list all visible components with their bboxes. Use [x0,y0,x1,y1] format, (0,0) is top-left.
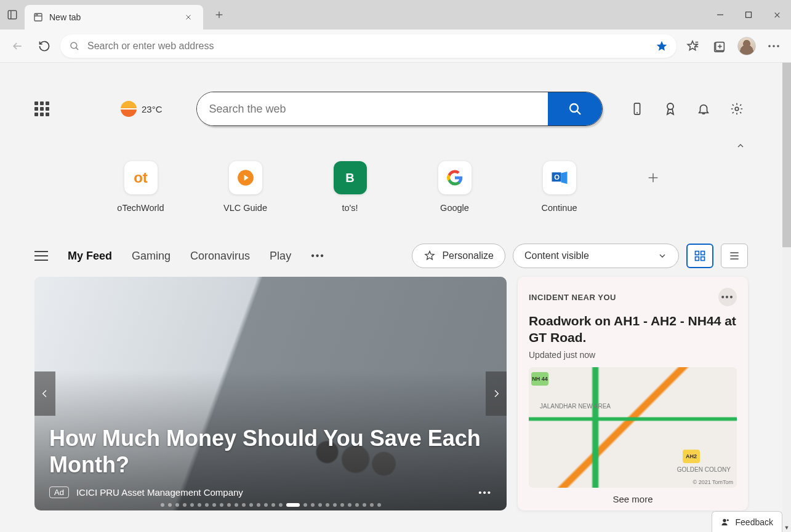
app-launcher-icon[interactable] [31,98,53,120]
toolbar [0,30,791,63]
scrollbar-thumb[interactable] [782,63,791,247]
page-settings-icon[interactable] [728,100,745,117]
quick-link-label: to's! [342,203,358,213]
feed-tab-play[interactable]: Play [270,250,291,263]
favorite-star-icon[interactable] [656,40,668,52]
web-search-box[interactable] [196,92,603,126]
quick-link[interactable]: VLC Guide [218,161,273,213]
feedback-label: Feedback [736,517,773,527]
minimize-button[interactable] [706,0,734,30]
notifications-icon[interactable] [695,100,712,117]
address-bar[interactable] [60,34,677,58]
quick-link[interactable]: Bto's! [323,161,378,213]
svg-text:O: O [554,173,560,181]
scrollbar[interactable] [782,63,791,523]
svg-point-5 [37,15,38,15]
grid-view-button[interactable] [686,244,713,268]
rewards-icon[interactable] [662,100,679,117]
personalize-button[interactable]: Personalize [412,244,505,268]
quick-link[interactable]: OContinue [532,161,587,213]
svg-point-34 [735,107,739,111]
hero-more-icon[interactable]: ••• [478,487,492,498]
svg-point-27 [773,45,775,47]
new-tab-button[interactable] [207,2,231,27]
incident-title: Roadwork on AH1 - AH2 - NH44 at GT Road. [529,312,737,346]
incident-updated: Updated just now [529,350,737,360]
tab-title: New tab [49,12,81,22]
address-input[interactable] [87,41,648,52]
close-window-button[interactable] [763,0,791,30]
quick-links: otoTechWorld VLC Guide Bto's! Google OCo… [0,155,782,213]
scrollbar-down-arrow[interactable]: ▼ [782,523,791,532]
content-visibility-dropdown[interactable]: Content visible [513,244,679,268]
maximize-button[interactable] [734,0,763,30]
content-visibility-label: Content visible [524,250,589,261]
map-shield: NH 44 [531,372,548,386]
settings-menu-button[interactable] [763,35,785,57]
hero-next-button[interactable] [486,371,507,416]
quick-link[interactable]: otoTechWorld [113,161,169,213]
profile-avatar[interactable] [736,35,758,57]
web-search-button[interactable] [548,92,602,125]
quick-link-label: Google [440,203,469,213]
svg-rect-44 [696,257,699,261]
personalize-label: Personalize [442,250,494,261]
svg-rect-43 [701,252,705,255]
svg-point-33 [667,103,673,109]
quick-link-label: VLC Guide [223,203,267,213]
browser-tab[interactable]: New tab [25,5,203,30]
temperature-text: 23°C [142,104,163,114]
hero-card[interactable]: How Much Money Should You Save Each Mont… [34,277,507,510]
list-view-button[interactable] [721,244,748,268]
incident-card[interactable]: INCIDENT NEAR YOU ••• Roadwork on AH1 - … [518,277,748,510]
map-shield: AH2 [683,450,700,463]
incident-eyebrow: INCIDENT NEAR YOU [529,293,616,302]
quick-link-label: Continue [541,203,577,213]
svg-rect-42 [696,252,699,255]
incident-more-icon[interactable]: ••• [718,288,737,306]
favorites-button[interactable] [681,35,704,57]
quick-link[interactable]: Google [427,161,483,213]
feed-tab-myfeed[interactable]: My Feed [68,250,112,263]
close-tab-icon[interactable] [182,11,195,23]
map-label: GOLDEN COLONY [677,466,731,473]
svg-rect-0 [8,10,17,19]
page-content: 23°C otoTechWorld VLC Guide Bto's! Googl… [0,63,782,532]
svg-point-50 [726,519,728,521]
map-label: JALANDHAR NEW AREA [540,403,611,410]
svg-rect-45 [701,257,705,261]
collapse-chevron-icon[interactable] [736,141,745,151]
weather-widget[interactable]: 23°C [121,101,163,117]
svg-point-4 [36,15,36,15]
svg-point-26 [768,45,771,47]
chevron-down-icon [657,251,667,261]
refresh-button[interactable] [33,35,55,57]
ad-badge: Ad [49,486,69,498]
web-search-input[interactable] [197,92,548,125]
svg-point-15 [71,42,77,49]
feed-tab-coronavirus[interactable]: Coronavirus [190,250,250,263]
tab-actions-icon[interactable] [0,0,25,30]
svg-point-28 [777,45,779,47]
feedback-button[interactable]: Feedback [712,511,782,532]
hero-prev-button[interactable] [34,371,55,416]
svg-point-49 [723,518,726,522]
quick-link-label: oTechWorld [117,203,164,213]
svg-rect-11 [746,12,752,18]
svg-marker-41 [425,252,434,260]
add-quick-link-button[interactable] [636,161,670,194]
mobile-icon[interactable] [628,100,646,117]
hero-source: ICICI PRU Asset Management Company [76,487,243,498]
incident-map[interactable]: NH 44 JALANDHAR NEW AREA AH2 GOLDEN COLO… [529,367,737,488]
svg-line-30 [577,111,580,114]
feed-more-icon[interactable]: ••• [311,250,325,261]
feed-menu-icon[interactable] [34,251,48,261]
collections-button[interactable] [709,35,731,57]
hero-pagination[interactable] [34,503,507,507]
back-button[interactable] [6,35,28,57]
feed-tab-gaming[interactable]: Gaming [132,250,171,263]
weather-icon [121,101,137,117]
see-more-link[interactable]: See more [612,494,652,504]
map-attribution: © 2021 TomTom [693,479,734,485]
hero-headline: How Much Money Should You Save Each Mont… [49,426,492,478]
